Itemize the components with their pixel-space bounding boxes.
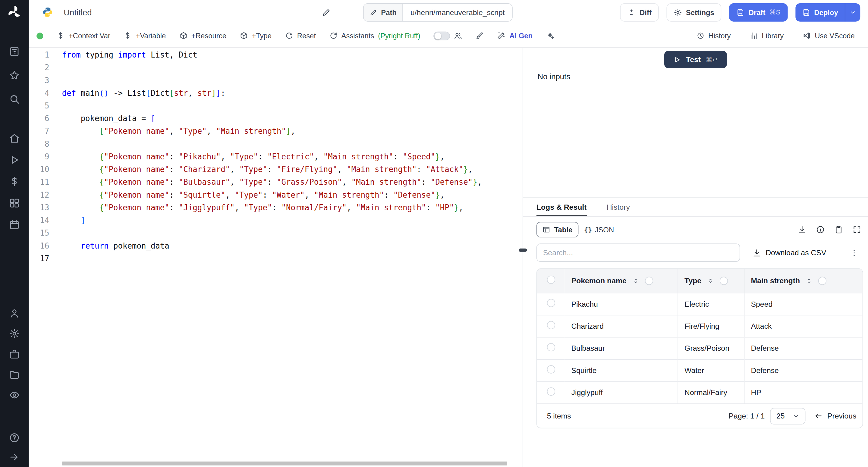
copy-icon[interactable] [834, 225, 843, 234]
toolbar-right: History Library Use VScode [696, 32, 855, 40]
row-checkbox[interactable] [547, 387, 555, 396]
panel-resize-handle[interactable] [519, 249, 527, 252]
ai-gen-label: AI Gen [509, 32, 532, 40]
code-line[interactable]: 2 [29, 61, 523, 74]
download-icon[interactable] [798, 225, 807, 234]
table-row[interactable]: CharizardFire/FlyingAttack [537, 315, 863, 337]
path-chip[interactable]: Path [364, 4, 403, 21]
line-number: 7 [29, 125, 62, 138]
edit-title-button[interactable] [318, 4, 335, 21]
code-line[interactable]: 14 ] [29, 214, 523, 227]
add-type-button[interactable]: +Type [240, 32, 272, 40]
code-line[interactable]: 5 [29, 100, 523, 113]
code-line[interactable]: 15 [29, 227, 523, 240]
deploy-dropdown-button[interactable] [845, 3, 860, 21]
code-line[interactable]: 17 [29, 252, 523, 265]
sidebar-help-icon[interactable] [9, 432, 20, 443]
row-checkbox[interactable] [547, 321, 555, 329]
assistants-button[interactable]: Assistants(Pyright Ruff) [329, 32, 420, 40]
use-vscode-button[interactable]: Use VScode [803, 32, 855, 40]
code-line[interactable]: 3 [29, 74, 523, 87]
draft-button[interactable]: Draft⌘S [730, 3, 788, 21]
sidebar-gear-icon[interactable] [9, 328, 20, 339]
code-line[interactable]: 9 {"Pokemon name": "Pikachu", "Type": "E… [29, 151, 523, 163]
tab-logs-result[interactable]: Logs & Result [536, 198, 587, 216]
info-icon[interactable] [816, 225, 825, 234]
python-language-icon [42, 7, 53, 18]
row-checkbox[interactable] [547, 299, 555, 307]
table-row[interactable]: PikachuElectricSpeed [537, 293, 863, 315]
package-icon [179, 32, 187, 40]
sidebar-boxes-icon[interactable] [9, 198, 20, 209]
code-editor[interactable]: 1from typing import List, Dict234def mai… [29, 48, 523, 467]
expand-icon[interactable] [852, 225, 861, 234]
add-variable-button[interactable]: +Variable [124, 32, 166, 40]
code-line[interactable]: 8 [29, 138, 523, 150]
sidebar-briefcase-icon[interactable] [9, 349, 20, 360]
tab-history[interactable]: History [607, 198, 630, 216]
column-checkbox[interactable] [645, 277, 653, 285]
table-row[interactable]: JigglypuffNormal/FairyHP [537, 381, 863, 403]
arrow-left-icon [815, 412, 823, 420]
sidebar-folder-icon[interactable] [9, 369, 20, 380]
reset-button[interactable]: Reset [285, 32, 316, 40]
ai-gen-button[interactable]: AI Gen [497, 32, 532, 40]
table-menu-button[interactable] [847, 246, 861, 260]
table-row[interactable]: BulbasaurGrass/PoisonDefense [537, 337, 863, 359]
add-resource-button[interactable]: +Resource [179, 32, 226, 40]
sidebar-home-icon[interactable] [9, 133, 20, 144]
diff-button[interactable]: Diff [620, 3, 659, 21]
vscode-icon [803, 32, 811, 40]
format-button[interactable] [475, 32, 484, 40]
table-row[interactable]: SquirtleWaterDefense [537, 359, 863, 381]
row-checkbox[interactable] [547, 343, 555, 352]
sidebar-user-icon[interactable] [9, 308, 20, 319]
history-button[interactable]: History [696, 32, 731, 40]
sort-icon[interactable] [632, 277, 639, 284]
sidebar-play-icon[interactable] [9, 154, 20, 165]
column-checkbox[interactable] [818, 277, 827, 285]
sidebar-calendar-icon[interactable] [9, 219, 20, 230]
windmill-logo[interactable] [7, 4, 22, 20]
sidebar-eye-icon[interactable] [9, 390, 20, 401]
add-context-var-button[interactable]: +Context Var [56, 32, 110, 40]
code-line[interactable]: 12 {"Pokemon name": "Squirtle", "Type": … [29, 189, 523, 201]
code-line[interactable]: 13 {"Pokemon name": "Jigglypuff", "Type"… [29, 201, 523, 214]
code-line[interactable]: 16 return pokemon_data [29, 240, 523, 252]
select-all-checkbox[interactable] [547, 276, 555, 284]
code-line[interactable]: 11 {"Pokemon name": "Bulbasaur", "Type":… [29, 176, 523, 189]
previous-page-button[interactable]: Previous [815, 412, 857, 420]
path-editor[interactable]: Path u/henri/maneuverable_script [363, 3, 513, 21]
sidebar-grid-icon[interactable] [9, 46, 20, 57]
horizontal-scrollbar[interactable] [62, 462, 507, 466]
deploy-label: Deploy [814, 8, 838, 17]
sidebar-search-icon[interactable] [9, 93, 20, 104]
deploy-button[interactable]: Deploy [795, 3, 845, 21]
sidebar-dollar-icon[interactable] [9, 176, 20, 187]
code-line[interactable]: 4def main() -> List[Dict[str, str]]: [29, 87, 523, 99]
multiplayer-toggle[interactable] [434, 31, 450, 40]
code-line[interactable]: 7 ["Pokemon name", "Type", "Main strengt… [29, 125, 523, 138]
sidebar-star-icon[interactable] [9, 70, 20, 81]
sort-icon[interactable] [707, 277, 714, 284]
download-csv-button[interactable]: Download as CSV [752, 248, 826, 257]
page-size-select[interactable]: 25 [770, 408, 806, 424]
search-input[interactable] [536, 244, 740, 262]
library-button[interactable]: Library [749, 32, 784, 40]
line-number: 1 [29, 49, 62, 61]
column-checkbox[interactable] [720, 277, 728, 285]
code-line[interactable]: 10 {"Pokemon name": "Charizard", "Type":… [29, 163, 523, 176]
ai-sparkles-button[interactable] [546, 31, 555, 40]
view-json-button[interactable]: {}JSON [578, 222, 619, 238]
sidebar-collapse-icon[interactable] [9, 452, 20, 463]
sort-icon[interactable] [805, 277, 812, 284]
test-button[interactable]: Test⌘↵ [664, 51, 727, 68]
view-table-button[interactable]: Table [536, 222, 579, 238]
code-line[interactable]: 1from typing import List, Dict [29, 49, 523, 61]
code-line[interactable]: 6 pokemon_data = [ [29, 113, 523, 125]
settings-button[interactable]: Settings [666, 3, 721, 21]
table-cell: Charizard [564, 315, 678, 337]
assistants-status: (Pyright Ruff) [378, 32, 420, 40]
row-checkbox[interactable] [547, 365, 555, 374]
users-icon[interactable] [454, 32, 462, 40]
